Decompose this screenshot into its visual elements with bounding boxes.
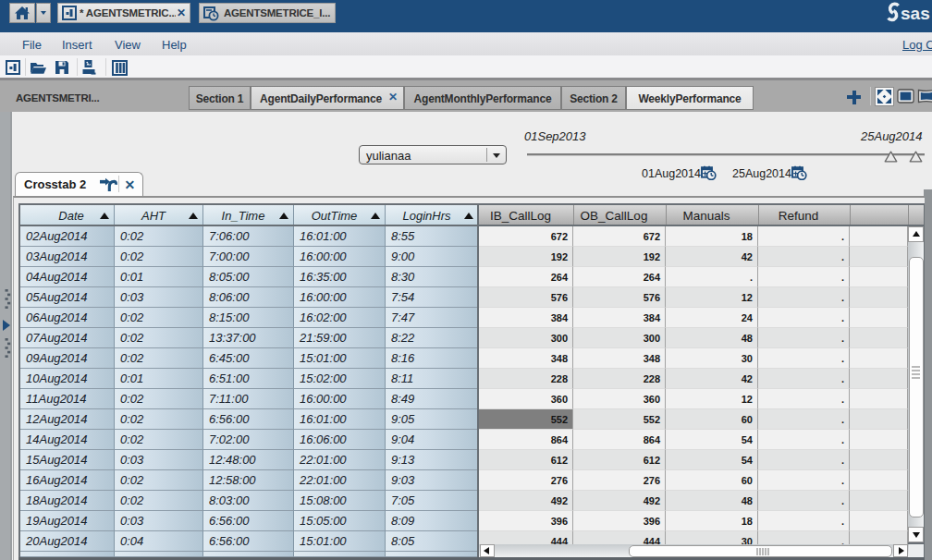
svg-text:sas: sas xyxy=(901,4,930,23)
